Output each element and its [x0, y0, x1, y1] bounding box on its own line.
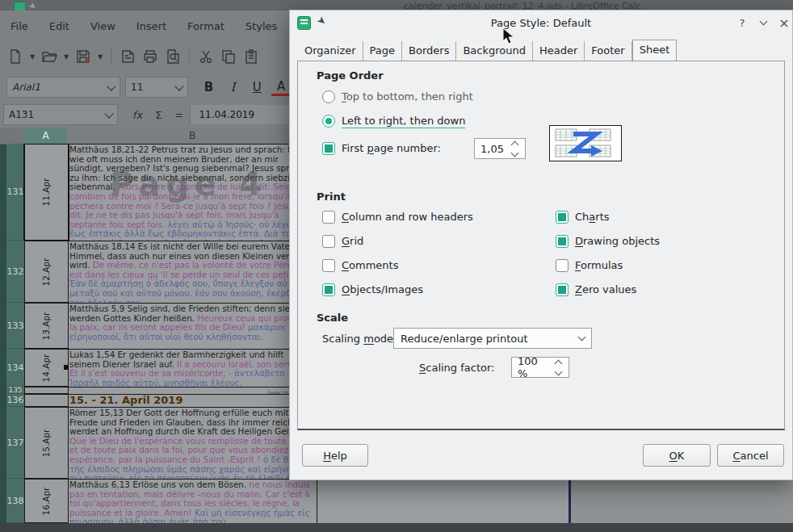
date-cell-a133[interactable]: 13.Apr	[24, 303, 69, 349]
first-page-number-checkbox[interactable]	[322, 142, 335, 155]
open-icon[interactable]	[39, 46, 60, 67]
dialog-help-icon[interactable]: ?	[735, 15, 749, 30]
week-header-cell-b136[interactable]: 15. - 21. April 2019	[67, 394, 317, 407]
cut-icon[interactable]	[195, 46, 216, 67]
save-icon[interactable]	[73, 46, 94, 67]
print-preview-icon[interactable]	[162, 46, 183, 67]
print-icon[interactable]	[140, 46, 161, 67]
row-header-133[interactable]: 133	[6, 303, 24, 349]
date-cell-a134[interactable]: 14.Apr	[24, 349, 69, 387]
charts-checkbox[interactable]	[556, 211, 569, 224]
date-cell-a136[interactable]	[24, 394, 69, 407]
date-cell-a135[interactable]	[24, 387, 69, 394]
verse-cell-b132[interactable]: Matthäus 18,14 Es ist nicht der Wille be…	[67, 241, 317, 303]
verse-cell-b133[interactable]: Matthäus 5,9 Selig sind, die Frieden sti…	[67, 303, 317, 349]
verse-cell-b137[interactable]: Römer 15,13 Der Gott der Hoffnung erfüll…	[67, 407, 317, 479]
row-header-134[interactable]: 134	[6, 349, 24, 387]
grid-checkbox[interactable]	[322, 235, 335, 248]
row-header-132[interactable]: 132	[6, 241, 24, 303]
new-document-icon[interactable]	[5, 46, 26, 67]
radio-left-to-right-label[interactable]: Left to right, then down	[342, 115, 465, 128]
row-header-136[interactable]: 136	[6, 394, 24, 407]
cancel-button[interactable]: Cancel	[717, 444, 784, 467]
tab-borders[interactable]: Borders	[402, 41, 456, 61]
first-page-number-label[interactable]: First page number:	[342, 142, 441, 154]
column-header-a[interactable]: A	[24, 128, 67, 144]
font-name-combo[interactable]: Arial1	[6, 77, 120, 98]
column-header-b[interactable]: B	[67, 128, 317, 144]
date-cell-a131[interactable]: 11.Apr	[24, 144, 69, 241]
menu-styles[interactable]: Styles	[235, 20, 287, 32]
underline-button[interactable]: U	[247, 77, 266, 97]
dialog-shade-icon[interactable]	[756, 15, 770, 30]
drawing-objects-checkbox[interactable]	[556, 235, 569, 248]
selection-handle[interactable]	[64, 365, 69, 370]
date-cell-a132[interactable]: 12.Apr	[24, 241, 69, 303]
menu-format[interactable]: Format	[177, 20, 235, 32]
spin-up-icon[interactable]	[510, 140, 518, 149]
tab-organizer[interactable]: Organizer	[298, 41, 363, 61]
ok-button[interactable]: OK	[643, 444, 711, 467]
row-header-131[interactable]: 131	[6, 144, 24, 241]
row-header-138[interactable]: 138	[6, 479, 24, 523]
radio-top-to-bottom-label[interactable]: Top to bottom, then right	[342, 90, 473, 103]
menu-edit[interactable]: Edit	[39, 20, 80, 32]
open-dropdown[interactable]: ▼	[61, 46, 71, 67]
name-box[interactable]: A131	[3, 104, 118, 125]
tab-header[interactable]: Header	[533, 41, 585, 61]
paste-icon[interactable]	[241, 46, 262, 67]
verse-cell-b134[interactable]: Lukas 1,54 Er gedenkt der Barmherzigkeit…	[67, 349, 317, 387]
zero-values-label[interactable]: Zero values	[575, 283, 636, 295]
menu-view[interactable]: View	[80, 20, 126, 32]
page-order-heading: Page Order	[317, 69, 384, 82]
formulas-checkbox[interactable]	[556, 259, 569, 272]
menu-file[interactable]: File	[0, 20, 39, 32]
new-document-dropdown[interactable]: ▼	[27, 46, 37, 67]
italic-button[interactable]: I	[224, 77, 243, 97]
scaling-mode-dropdown[interactable]: Reduce/enlarge printout	[393, 328, 592, 349]
menu-insert[interactable]: Insert	[126, 20, 177, 32]
font-color-button[interactable]: A	[271, 79, 291, 96]
spin-up-icon[interactable]	[554, 359, 562, 367]
first-page-number-spinbox[interactable]: 1,05	[474, 138, 526, 159]
objects-images-label[interactable]: Objects/Images	[342, 283, 423, 295]
verse-cell-b138[interactable]: Matthäus 6,13 Erlöse uns von dem Bösen. …	[67, 479, 317, 523]
bold-button[interactable]: B	[199, 77, 219, 97]
dialog-titlebar[interactable]: ➤ Page Style: Default ? ×	[290, 10, 792, 35]
date-cell-a138[interactable]: 16.Apr	[24, 479, 69, 523]
save-dropdown[interactable]: ▼	[95, 46, 105, 67]
date-cell-a137[interactable]: 15.Apr	[24, 407, 69, 479]
grid-label[interactable]: Grid	[342, 235, 363, 247]
radio-left-to-right[interactable]	[322, 115, 335, 128]
comments-checkbox[interactable]	[322, 259, 335, 272]
spin-down-icon[interactable]	[554, 367, 562, 375]
formulas-label[interactable]: Formulas	[575, 259, 623, 271]
column-row-headers-checkbox[interactable]	[322, 211, 335, 224]
verse-cell-b131[interactable]: Matthäus 18,21-22 Petrus trat zu Jesus u…	[67, 144, 317, 241]
equals-icon[interactable]: =	[169, 109, 191, 121]
tab-sheet[interactable]: Sheet	[632, 40, 678, 61]
tab-footer[interactable]: Footer	[585, 41, 631, 61]
comments-label[interactable]: Comments	[342, 259, 398, 271]
tab-page[interactable]: Page	[363, 41, 402, 61]
row-header-137[interactable]: 137	[6, 407, 24, 479]
spin-down-icon[interactable]	[510, 149, 518, 157]
zero-values-checkbox[interactable]	[556, 283, 569, 296]
export-pdf-icon[interactable]	[117, 46, 138, 67]
radio-top-to-bottom[interactable]	[322, 90, 335, 103]
copy-icon[interactable]	[218, 46, 239, 67]
objects-images-checkbox[interactable]	[322, 283, 335, 296]
close-icon[interactable]: ×	[777, 15, 791, 30]
sum-icon[interactable]: Σ	[149, 109, 168, 121]
drawing-objects-label[interactable]: Drawing objects	[575, 235, 660, 247]
scaling-factor-spinbox[interactable]: 100 %	[511, 357, 569, 378]
font-size-combo[interactable]: 11	[125, 77, 188, 98]
tab-background[interactable]: Background	[456, 41, 533, 61]
select-all-corner[interactable]	[0, 128, 25, 144]
row-header-135[interactable]: 135	[6, 387, 24, 394]
function-wizard-icon[interactable]: fx	[126, 109, 149, 121]
column-row-headers-label[interactable]: Column and row headers	[342, 211, 473, 223]
help-button[interactable]: Help	[302, 444, 368, 467]
charts-label[interactable]: Charts	[575, 211, 610, 223]
footer-cell-b135[interactable]: Seite 15 Anfa	[67, 387, 317, 394]
